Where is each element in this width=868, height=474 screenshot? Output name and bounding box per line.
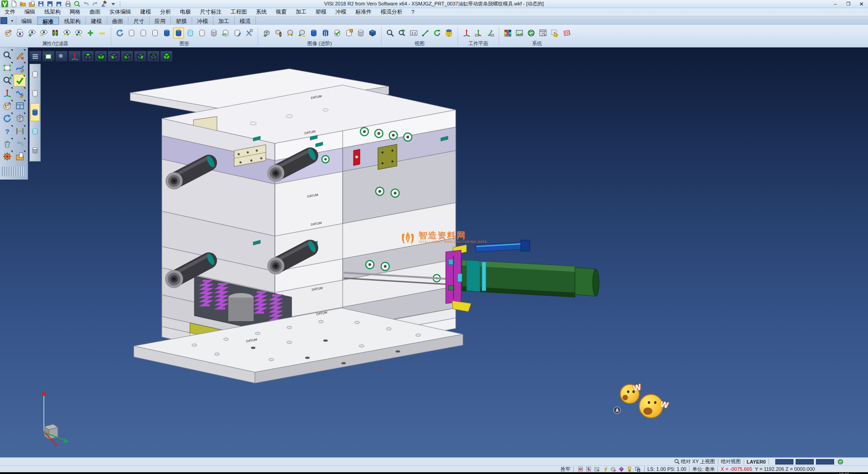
- visi-logo-icon[interactable]: [1, 0, 9, 8]
- iso-view-box-icon[interactable]: [367, 28, 378, 38]
- refresh-visibility-icon[interactable]: [61, 28, 72, 38]
- menu-item-15[interactable]: 冲模: [331, 8, 351, 16]
- measure-distance-icon[interactable]: [14, 125, 26, 137]
- advanced-add-body-icon[interactable]: [261, 28, 272, 38]
- confirm-action-icon[interactable]: [14, 74, 26, 86]
- graphics-tools-icon[interactable]: [244, 28, 255, 38]
- view-zoom-icon[interactable]: [55, 51, 68, 62]
- menu-item-10[interactable]: 工程图: [226, 8, 251, 16]
- menu-item-1[interactable]: 编辑: [20, 8, 40, 16]
- display-outline-icon[interactable]: [30, 84, 40, 102]
- regenerate-view-icon[interactable]: [1, 112, 13, 124]
- view-orient-icon[interactable]: [443, 28, 454, 38]
- pan-view-icon[interactable]: [420, 28, 431, 38]
- tab-标准[interactable]: 标准: [37, 17, 59, 25]
- tab-线架构[interactable]: 线架构: [59, 17, 85, 25]
- view-corner-icon[interactable]: [147, 51, 160, 62]
- attributes-manager-icon[interactable]: [1, 100, 13, 112]
- print-icon[interactable]: [64, 0, 72, 8]
- menu-item-18[interactable]: ?: [407, 9, 419, 15]
- shaded-edges-mode-icon[interactable]: [173, 28, 184, 38]
- undo-icon[interactable]: [82, 0, 90, 8]
- menu-item-0[interactable]: 文件: [0, 8, 20, 16]
- zoom-dynamic-icon[interactable]: [396, 28, 407, 38]
- zoom-options-icon[interactable]: [1, 74, 13, 86]
- save-icon[interactable]: [37, 0, 45, 8]
- new-document-icon[interactable]: [10, 0, 18, 8]
- view-bottom-icon[interactable]: [94, 51, 107, 62]
- tab-编辑[interactable]: 编辑: [16, 17, 37, 25]
- screen-capture-icon[interactable]: [514, 28, 525, 38]
- menu-item-13[interactable]: 加工: [291, 8, 311, 16]
- viewport-3d[interactable]: DATUM DATUM DATUM DATUM DATUM DATUM DATU…: [0, 47, 868, 457]
- tab-加工[interactable]: 加工: [213, 17, 234, 25]
- view-list-icon[interactable]: [29, 51, 42, 62]
- transparent-mode-icon[interactable]: [185, 28, 196, 38]
- close-button[interactable]: ✕: [855, 0, 868, 8]
- view-fit-icon[interactable]: [42, 51, 55, 62]
- sketch-curve-icon[interactable]: [14, 62, 26, 74]
- windows-taskbar-edge[interactable]: 10:40: [0, 472, 868, 474]
- tab-塑膜[interactable]: 塑膜: [170, 17, 192, 25]
- move-origin-icon[interactable]: [1, 87, 13, 99]
- minimize-button[interactable]: –: [829, 0, 842, 8]
- solid-display-icon[interactable]: [308, 28, 319, 38]
- solid-status-icon[interactable]: [609, 466, 617, 472]
- filter-remove-icon[interactable]: [97, 28, 108, 38]
- tab-冲模[interactable]: 冲模: [192, 17, 213, 25]
- display-hidden-line-icon[interactable]: [30, 65, 40, 83]
- selection-box-icon[interactable]: [1, 62, 13, 74]
- command-history-icon[interactable]: [100, 0, 108, 8]
- regen-shading-icon[interactable]: [220, 28, 231, 38]
- cylinder-hidden-line-icon[interactable]: [138, 28, 149, 38]
- hide-entities-icon[interactable]: [38, 28, 49, 38]
- advanced-body-visibility-icon[interactable]: [273, 28, 284, 38]
- display-wireframe-icon[interactable]: [30, 141, 40, 159]
- view-right-icon[interactable]: [134, 51, 146, 62]
- rotate-view-icon[interactable]: [432, 28, 443, 38]
- validated-display-icon[interactable]: [332, 28, 343, 38]
- workplane-move-icon[interactable]: [473, 28, 484, 38]
- zoom-1-1-icon[interactable]: 1:1: [408, 28, 419, 38]
- quickbar-options-icon[interactable]: [109, 0, 117, 8]
- display-transparent-icon[interactable]: [30, 122, 40, 140]
- regenerate-icon[interactable]: [114, 28, 125, 38]
- navigation-wheel-icon[interactable]: [1, 150, 13, 162]
- freehand-sketch-icon[interactable]: [14, 87, 26, 99]
- zoom-preview-icon[interactable]: [1, 49, 13, 61]
- lock-toggle[interactable]: 拴牢: [561, 466, 571, 473]
- show-entities-icon[interactable]: [26, 28, 37, 38]
- print-preview-icon[interactable]: [73, 0, 81, 8]
- striped-display-icon[interactable]: [320, 28, 331, 38]
- solid-preview-icon[interactable]: [14, 112, 26, 124]
- advanced-toggle-body-icon[interactable]: [297, 28, 307, 38]
- maximize-button[interactable]: ❐: [842, 0, 855, 8]
- snap-status-icon[interactable]: [585, 466, 592, 472]
- context-help-icon[interactable]: ?: [1, 125, 13, 137]
- tab-尺寸[interactable]: 尺寸: [128, 17, 149, 25]
- advanced-refresh-body-icon[interactable]: [285, 28, 296, 38]
- view-top-icon[interactable]: [81, 51, 94, 62]
- ghost-mode-icon[interactable]: [197, 28, 208, 38]
- menu-item-17[interactable]: 模流分析: [376, 8, 407, 16]
- insert-file-icon[interactable]: [28, 0, 36, 8]
- menu-item-7[interactable]: 分析: [156, 8, 175, 16]
- selection-filter-icon[interactable]: [549, 28, 560, 38]
- wireframe-mode-icon[interactable]: [208, 28, 219, 38]
- menu-item-2[interactable]: 线架构: [40, 8, 65, 16]
- menu-item-14[interactable]: 塑模: [311, 8, 331, 16]
- view-axes-icon[interactable]: [68, 51, 81, 62]
- viewport-3d-model[interactable]: DATUM DATUM DATUM DATUM DATUM DATUM DATU…: [0, 47, 868, 457]
- delete-entities-icon[interactable]: [1, 137, 13, 150]
- tab-dropdown-icon[interactable]: ▼: [9, 17, 16, 24]
- workplane-create-icon[interactable]: [461, 28, 472, 38]
- globe-icon[interactable]: [837, 459, 844, 465]
- menu-item-8[interactable]: 电极: [175, 8, 195, 16]
- save-as-icon[interactable]: [46, 0, 54, 8]
- color-table-icon[interactable]: [502, 28, 513, 38]
- cylinder-outline-icon[interactable]: [150, 28, 160, 38]
- redo-icon[interactable]: [91, 0, 99, 8]
- search-icon[interactable]: [673, 459, 680, 465]
- wire-display-icon[interactable]: [355, 28, 366, 38]
- layer-indicator[interactable]: LAYER0: [747, 459, 766, 465]
